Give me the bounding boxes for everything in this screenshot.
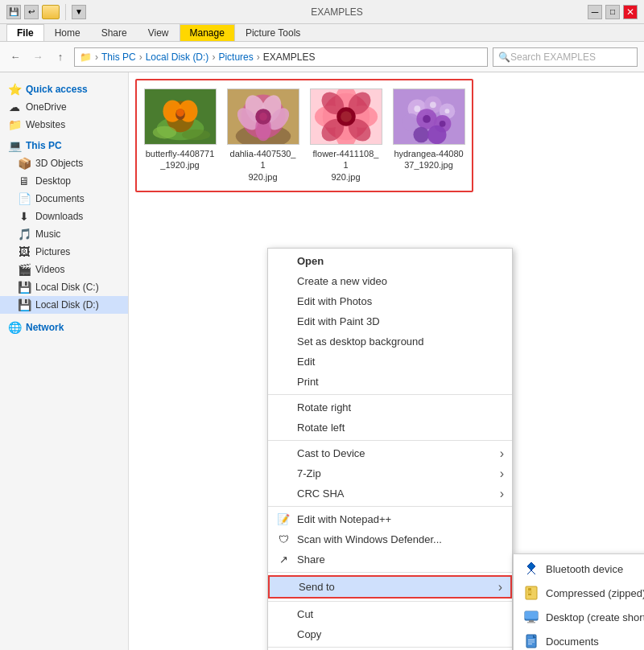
sidebar-item-local-disk-d[interactable]: 💾 Local Disk (D:) bbox=[0, 296, 128, 314]
desktop-nav-icon: 🖥 bbox=[18, 175, 31, 187]
ctx-copy[interactable]: Copy bbox=[268, 624, 512, 644]
ctx-7zip[interactable]: 7-Zip bbox=[268, 463, 512, 483]
main-layout: ⭐ Quick access ☁ OneDrive 📁 Websites 💻 T… bbox=[0, 72, 644, 650]
undo-icon[interactable]: ↩ bbox=[24, 5, 39, 19]
file-item-hydrangea[interactable]: hydrangea-4408037_1920.jpg bbox=[390, 85, 467, 186]
file-item-butterfly[interactable]: butterfly-4408771_1920.jpg bbox=[142, 85, 218, 186]
documents-nav-icon: 📄 bbox=[18, 192, 31, 205]
svg-point-8 bbox=[181, 130, 209, 141]
sidebar-item-downloads[interactable]: ⬇ Downloads bbox=[0, 208, 128, 225]
search-box[interactable]: 🔍 Search EXAMPLES bbox=[493, 47, 638, 67]
documents-submenu-icon bbox=[523, 633, 539, 649]
ctx-rotate-left[interactable]: Rotate left bbox=[268, 418, 512, 438]
ctx-send-to[interactable]: Send to bbox=[268, 575, 512, 599]
svg-point-38 bbox=[413, 127, 429, 143]
address-local-disk[interactable]: Local Disk (D:) bbox=[146, 51, 209, 63]
ctx-edit-photos[interactable]: Edit with Photos bbox=[268, 291, 512, 311]
submenu-zip-label: Compressed (zipped) folder bbox=[546, 587, 644, 599]
sidebar-item-onedrive[interactable]: ☁ OneDrive bbox=[0, 98, 128, 116]
ctx-edit[interactable]: Edit bbox=[268, 352, 512, 372]
address-pictures[interactable]: Pictures bbox=[218, 51, 253, 63]
sidebar-item-websites[interactable]: 📁 Websites bbox=[0, 116, 128, 134]
address-folder-icon: 📁 bbox=[80, 51, 92, 63]
maximize-button[interactable]: □ bbox=[605, 5, 620, 19]
ctx-cut[interactable]: Cut bbox=[268, 604, 512, 624]
address-this-pc[interactable]: This PC bbox=[101, 51, 136, 63]
network-icon: 🌐 bbox=[8, 321, 21, 334]
ctx-rotate-right[interactable]: Rotate right bbox=[268, 397, 512, 418]
svg-rect-56 bbox=[528, 644, 532, 644]
svg-rect-50 bbox=[525, 611, 538, 619]
up-button[interactable]: ↑ bbox=[52, 48, 69, 66]
ctx-crc[interactable]: CRC SHA bbox=[268, 483, 512, 504]
file-name-flower: flower-4411108_1920.jpg bbox=[311, 148, 381, 183]
svg-point-41 bbox=[429, 101, 436, 108]
close-button[interactable]: ✕ bbox=[623, 5, 638, 19]
submenu-zip[interactable]: Compressed (zipped) folder bbox=[514, 581, 644, 605]
submenu-desktop-label: Desktop (create shortcut) bbox=[546, 611, 644, 623]
submenu-desktop[interactable]: Desktop (create shortcut) bbox=[514, 605, 644, 629]
save-icon[interactable]: 💾 bbox=[6, 5, 21, 19]
sidebar-item-pictures[interactable]: 🖼 Pictures bbox=[0, 243, 128, 261]
tab-picture-tools[interactable]: Picture Tools bbox=[235, 24, 311, 41]
sidebar-item-music[interactable]: 🎵 Music bbox=[0, 225, 128, 243]
computer-icon: 💻 bbox=[8, 139, 21, 152]
tab-manage[interactable]: Manage bbox=[180, 24, 235, 41]
ctx-sep-3 bbox=[268, 506, 512, 507]
ctx-sep-6 bbox=[268, 647, 512, 648]
svg-point-40 bbox=[414, 105, 420, 112]
ctx-open[interactable]: Open bbox=[268, 251, 512, 271]
ctx-edit-paint3d[interactable]: Edit with Paint 3D bbox=[268, 311, 512, 331]
sidebar-item-this-pc[interactable]: 💻 This PC bbox=[0, 137, 128, 154]
minimize-button[interactable]: ─ bbox=[588, 5, 602, 19]
sidebar-item-quick-access[interactable]: ⭐ Quick access bbox=[0, 80, 128, 98]
ctx-cast[interactable]: Cast to Device bbox=[268, 443, 512, 463]
ctx-share[interactable]: ↗ Share bbox=[268, 549, 512, 570]
tab-file[interactable]: File bbox=[6, 24, 44, 41]
sidebar-item-videos[interactable]: 🎬 Videos bbox=[0, 261, 128, 278]
submenu-documents[interactable]: Documents bbox=[514, 629, 644, 650]
sidebar-item-local-disk-c[interactable]: 💾 Local Disk (C:) bbox=[0, 278, 128, 296]
file-item-dahlia[interactable]: dahlia-4407530_1920.jpg bbox=[225, 85, 301, 186]
forward-button[interactable]: → bbox=[29, 48, 47, 66]
sidebar-item-desktop[interactable]: 🖥 Desktop bbox=[0, 172, 128, 190]
back-button[interactable]: ← bbox=[6, 48, 24, 66]
tab-home[interactable]: Home bbox=[44, 24, 91, 41]
svg-rect-48 bbox=[528, 594, 531, 595]
downloads-icon: ⬇ bbox=[18, 210, 31, 223]
sidebar-item-documents[interactable]: 📄 Documents bbox=[0, 190, 128, 208]
onedrive-icon: ☁ bbox=[8, 101, 21, 113]
bluetooth-icon bbox=[523, 561, 539, 577]
svg-rect-51 bbox=[529, 620, 534, 622]
svg-point-6 bbox=[176, 109, 184, 117]
ctx-notepad[interactable]: 📝 Edit with Notepad++ bbox=[268, 509, 512, 529]
ctx-sep-2 bbox=[268, 440, 512, 441]
ctx-sep-5 bbox=[268, 601, 512, 602]
sidebar-item-3d-objects[interactable]: 📦 3D Objects bbox=[0, 154, 128, 172]
ctx-print[interactable]: Print bbox=[268, 372, 512, 392]
svg-point-30 bbox=[341, 111, 352, 122]
ctx-defender[interactable]: 🛡 Scan with Windows Defender... bbox=[268, 529, 512, 549]
svg-rect-55 bbox=[528, 642, 535, 643]
navigation-bar: ← → ↑ 📁 › This PC › Local Disk (D:) › Pi… bbox=[0, 42, 644, 72]
submenu-bluetooth[interactable]: Bluetooth device bbox=[514, 557, 644, 581]
ctx-create-video[interactable]: Create a new video bbox=[268, 271, 512, 291]
file-item-flower[interactable]: flower-4411108_1920.jpg bbox=[308, 85, 384, 186]
content-area: butterfly-4408771_1920.jpg bbox=[129, 72, 644, 650]
zip-icon bbox=[523, 585, 539, 601]
submenu-documents-label: Documents bbox=[546, 636, 599, 648]
disk-d-icon: 💾 bbox=[18, 298, 31, 311]
sidebar-item-network[interactable]: 🌐 Network bbox=[0, 319, 128, 336]
thumbnail-hydrangea bbox=[393, 88, 465, 145]
window-title: EXAMPLES bbox=[91, 6, 583, 18]
ctx-set-desktop[interactable]: Set as desktop background bbox=[268, 331, 512, 352]
3d-icon: 📦 bbox=[18, 157, 31, 170]
down-arrow-icon[interactable]: ▼ bbox=[72, 5, 86, 19]
desktop-submenu-icon bbox=[523, 609, 539, 625]
star-icon: ⭐ bbox=[8, 83, 21, 96]
tab-share[interactable]: Share bbox=[91, 24, 138, 41]
svg-rect-52 bbox=[527, 622, 535, 623]
ctx-sep-1 bbox=[268, 394, 512, 395]
tab-view[interactable]: View bbox=[138, 24, 180, 41]
music-icon: 🎵 bbox=[18, 228, 31, 241]
